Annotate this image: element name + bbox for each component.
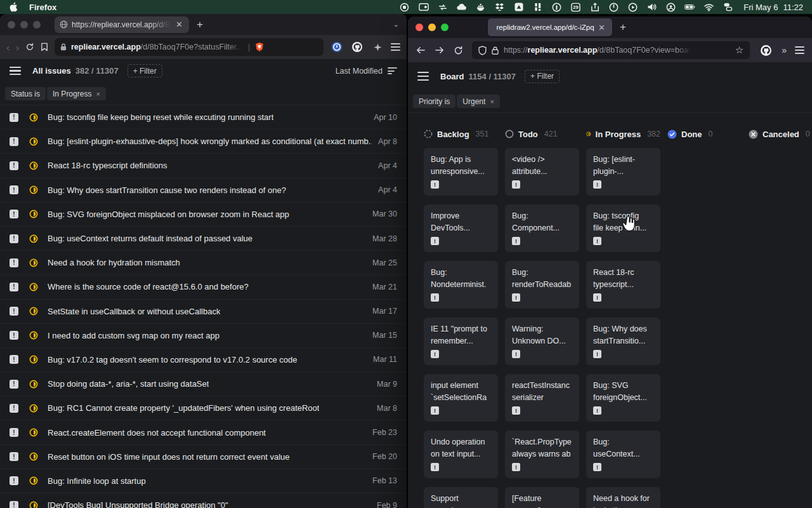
new-tab-button[interactable]: + xyxy=(197,18,203,31)
bookmark-icon[interactable] xyxy=(41,43,48,51)
issue-row[interactable]: !React 18-rc typescript definitionsApr 4 xyxy=(0,154,407,178)
board-card[interactable]: Bug: Why doesstartTransitio...! xyxy=(586,318,660,365)
leo-ai-sparkle-icon[interactable] xyxy=(370,40,384,54)
overflow-chevrons-icon[interactable]: » xyxy=(782,45,786,55)
issue-row[interactable]: !Bug: RC1 Cannot create property '_updat… xyxy=(0,396,407,420)
add-filter-button[interactable]: + Filter xyxy=(128,64,162,77)
right-traffic-lights[interactable] xyxy=(416,23,449,31)
remove-filter-icon[interactable]: × xyxy=(96,90,100,98)
apple-menu-icon[interactable] xyxy=(9,2,18,12)
close-window-button[interactable] xyxy=(8,21,15,29)
forward-button[interactable]: › xyxy=(16,42,19,53)
issue-row[interactable]: !Where is the source code of react@15.6.… xyxy=(0,275,407,299)
record-icon[interactable] xyxy=(399,2,410,13)
close-window-button[interactable] xyxy=(416,23,423,31)
issue-row[interactable]: !Bug: tsconfig file keep being reset whi… xyxy=(0,105,407,130)
zoom-window-button[interactable] xyxy=(441,23,449,31)
board-card[interactable]: Bug: tsconfigfile keep bein...! xyxy=(586,204,660,252)
issue-row[interactable]: !Reset button on iOS time input does not… xyxy=(0,445,407,469)
board-card[interactable]: Bug:renderToReadab! xyxy=(505,261,579,309)
board-card[interactable]: React 18-rctypescript...! xyxy=(586,261,660,309)
power-icon[interactable] xyxy=(608,2,619,13)
github-extension-icon[interactable] xyxy=(350,40,364,54)
tracking-shield-icon[interactable] xyxy=(478,46,487,55)
board-card[interactable]: Need a hook forhydration...! xyxy=(586,487,660,508)
forward-button[interactable] xyxy=(435,46,445,55)
filter-value-chip[interactable]: Urgent × xyxy=(457,95,499,108)
board-card[interactable]: reactTestInstancserializer! xyxy=(505,374,579,422)
board-card[interactable]: Warning:Unknown DO...! xyxy=(505,318,579,365)
tab-close-icon[interactable]: ✕ xyxy=(174,20,184,29)
board-card[interactable]: Bug:Nondeterminist.! xyxy=(424,261,498,309)
calendar-icon[interactable]: 29 xyxy=(570,2,581,13)
app-triangle-icon[interactable] xyxy=(513,2,524,13)
filter-field-chip[interactable]: Priority is xyxy=(413,95,455,108)
board-card[interactable]: Bug: [eslint-plugin-...! xyxy=(586,148,660,196)
address-bar[interactable]: repliear.vercel.app /d/8bTaoq7F0e?status… xyxy=(55,38,324,56)
minimize-window-button[interactable] xyxy=(428,23,436,31)
board-card[interactable]: Bug:useContext...! xyxy=(586,431,660,478)
lock-icon[interactable] xyxy=(492,46,499,55)
back-button[interactable] xyxy=(416,46,426,55)
menubar-app-name[interactable]: Firefox xyxy=(29,3,56,12)
issue-row[interactable]: !Bug: v17.0.2 tag doesn't seem to corres… xyxy=(0,348,407,372)
issue-row[interactable]: !Bug: SVG foreignObject misplaced on bro… xyxy=(0,203,407,227)
cloud-icon[interactable] xyxy=(456,2,467,13)
issue-row[interactable]: ![DevTools Bug] Unsupported Bridge opera… xyxy=(0,493,407,508)
battery-icon[interactable] xyxy=(684,2,695,13)
board-card[interactable]: [Featurerequest] expo...! xyxy=(505,487,579,508)
back-button[interactable]: ‹ xyxy=(6,42,10,53)
share-icon[interactable] xyxy=(589,2,600,13)
board-card[interactable]: Supportasynchronous...! xyxy=(424,487,498,508)
issue-row[interactable]: !React.createElement does not accept fun… xyxy=(0,420,407,444)
github-extension-icon[interactable] xyxy=(759,43,773,57)
reload-button[interactable] xyxy=(454,46,463,55)
issue-row[interactable]: !Need a hook for hydration mismatchMar 2… xyxy=(0,251,407,275)
issue-row[interactable]: !Bug: [eslint-plugin-exhaustive-deps] ho… xyxy=(0,130,407,154)
board-card[interactable]: IE 11 "prompt toremember...! xyxy=(424,318,498,365)
account-icon[interactable] xyxy=(665,2,676,13)
sync-icon[interactable] xyxy=(437,2,448,13)
onepassword-menubar-icon[interactable] xyxy=(551,2,562,13)
remove-filter-icon[interactable]: × xyxy=(490,98,494,105)
tab-list-chevron-icon[interactable]: ⌄ xyxy=(393,20,399,29)
board-card[interactable]: <video />attribute...! xyxy=(505,148,579,196)
board-card[interactable]: Bug:Component...! xyxy=(505,204,579,252)
fast-user-switch-icon[interactable] xyxy=(723,2,733,13)
stats-bars-icon[interactable] xyxy=(532,2,543,13)
board-card[interactable]: `React.PropTypealways warns ab! xyxy=(505,431,579,478)
play-circle-icon[interactable] xyxy=(627,2,638,13)
onepassword-extension-icon[interactable] xyxy=(330,40,344,54)
reload-button[interactable] xyxy=(25,43,34,51)
board-card[interactable]: ImproveDevTools...! xyxy=(424,204,498,252)
browser-tab[interactable]: https://repliear.vercel.app/d/8b ✕ xyxy=(55,17,189,33)
board-card[interactable]: input element`setSelectionRa! xyxy=(424,374,498,422)
left-traffic-lights[interactable] xyxy=(8,21,41,29)
sidebar-menu-icon[interactable] xyxy=(10,67,21,76)
sidebar-menu-icon[interactable] xyxy=(417,72,429,81)
menubar-clock[interactable]: Fri May 6 11:22 xyxy=(743,3,803,12)
address-bar[interactable]: https://repliear.vercel.app/d/8bTaoq7F0e… xyxy=(472,41,750,59)
browser-menu-icon[interactable] xyxy=(391,43,400,50)
issue-row[interactable]: !Stop doing data-*, aria-*, start using … xyxy=(0,372,407,396)
sort-control[interactable]: Last Modified xyxy=(336,67,397,76)
wifi-icon[interactable] xyxy=(704,2,714,13)
add-filter-button[interactable]: + Filter xyxy=(525,70,560,83)
filter-field-chip[interactable]: Status is xyxy=(5,87,46,100)
docker-icon[interactable] xyxy=(475,2,486,13)
screen-capture-icon[interactable] xyxy=(418,2,429,13)
board-card[interactable]: Bug: App isunresponsive...! xyxy=(424,148,498,196)
board-card[interactable]: Bug: SVGforeignObject...! xyxy=(586,374,660,422)
minimize-window-button[interactable] xyxy=(20,21,28,29)
filter-value-chip[interactable]: In Progress × xyxy=(47,87,106,100)
issue-row[interactable]: !Bug: useContext returns default instead… xyxy=(0,227,407,251)
tab-close-icon[interactable]: ✕ xyxy=(597,23,606,32)
dropbox-icon[interactable] xyxy=(494,2,505,13)
brave-shield-icon[interactable] xyxy=(255,42,264,52)
issue-row[interactable]: !Bug: Why does startTransition cause two… xyxy=(0,178,407,203)
issue-row[interactable]: !Bug: Infinite loop at startupFeb 13 xyxy=(0,469,407,493)
board-card[interactable]: Undo operationon text input...! xyxy=(424,431,498,478)
bookmark-star-icon[interactable]: ☆ xyxy=(735,44,743,56)
browser-tab[interactable]: replidraw2.vercel.app/d/c-iZpq ✕ xyxy=(488,18,612,36)
browser-menu-icon[interactable] xyxy=(795,46,804,53)
